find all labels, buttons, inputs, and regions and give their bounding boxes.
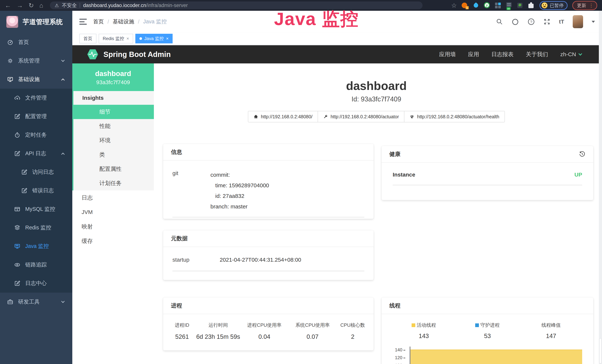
gear-icon [7, 58, 13, 64]
threads-legend: 活动线程 143 守护进程 53 线程峰值 147 [392, 322, 583, 340]
browser-back-icon[interactable]: ← [5, 0, 11, 11]
legend-daemon-threads: 守护进程 [475, 322, 500, 328]
sba-nav-applications[interactable]: 应用 [468, 51, 479, 58]
sidebar-collapse-icon[interactable] [79, 19, 87, 25]
daemon-threads-value: 53 [456, 332, 519, 340]
question-circle-icon[interactable]: ? [527, 18, 535, 25]
sba-item-jvm[interactable]: JVM [72, 205, 154, 219]
profile-paused-pill[interactable]: 已暂停 [539, 1, 568, 10]
sidebar-item-apilog[interactable]: API 日志 [0, 144, 72, 163]
app-logo-row[interactable]: 芋道管理系统 [0, 11, 72, 33]
sba-instance-header[interactable]: dashboard 93a3fc7f7409 [72, 64, 154, 91]
not-secure-warning-icon: ⚠ [55, 3, 59, 8]
browser-reload-icon[interactable]: ↻ [29, 0, 34, 11]
sba-nav-wallboard[interactable]: 应用墙 [439, 51, 456, 58]
extension-grid-icon[interactable] [495, 2, 501, 9]
extensions-puzzle-icon[interactable] [528, 2, 535, 9]
sidebar-item-system[interactable]: 系统管理 [0, 52, 72, 70]
user-avatar[interactable] [573, 15, 583, 28]
log-edit-icon [14, 150, 20, 157]
extension-y-icon[interactable]: y [484, 2, 490, 9]
sidebar-item-mysql[interactable]: MySQL 监控 [0, 200, 72, 218]
sba-item-details[interactable]: 细节 [72, 105, 154, 119]
extension-pin-icon[interactable] [473, 2, 479, 9]
sidebar-item-java-active[interactable]: Java 监控 [0, 237, 72, 256]
sidebar-item-devtool[interactable]: 研发工具 [0, 293, 72, 311]
eye-icon [14, 262, 20, 268]
live-threads-value: 143 [392, 332, 456, 340]
spring-boot-admin-logo[interactable] [87, 48, 99, 60]
sidebar-item-redis[interactable]: Redis 监控 [0, 218, 72, 237]
threads-card-header: 线程 [382, 298, 593, 314]
sba-brand-title[interactable]: Spring Boot Admin [103, 50, 171, 59]
github-icon[interactable] [512, 18, 519, 25]
heartbeat-icon [409, 114, 414, 119]
extension-on-switch-icon[interactable]: on [506, 2, 512, 9]
page-scrollbar[interactable] [599, 11, 602, 364]
breadcrumb-infra[interactable]: 基础设施 [113, 18, 134, 25]
sidebar-item-job[interactable]: 定时任务 [0, 126, 72, 144]
info-card-header: 信息 [163, 144, 374, 161]
avatar-caret-icon[interactable] [592, 21, 595, 23]
app-sidebar: 芋道管理系统 首页 系统管理 基础设施 文件管理 配置管理 定时任务 API 日… [0, 11, 72, 364]
sba-item-metrics[interactable]: 性能 [74, 119, 154, 133]
tag-home[interactable]: 首页 [79, 34, 97, 43]
service-url-button[interactable]: http://192.168.0.2:48080/ [248, 111, 318, 122]
sidebar-item-accesslog[interactable]: 访问日志 [0, 163, 72, 181]
sba-language-select[interactable]: zh-CN [560, 51, 582, 57]
address-bar[interactable]: ⚠ 不安全 dashboard.yudao.iocoder.cn/infra/a… [50, 1, 422, 9]
sba-nav-about[interactable]: 关于我们 [526, 51, 548, 58]
actuator-url-button[interactable]: http://192.168.0.2:48080/actuator [318, 111, 404, 122]
extension-leaf-icon[interactable] [517, 2, 524, 9]
java-monitor-icon [14, 243, 20, 249]
page-instance-id: Id: 93a3fc7f7409 [154, 95, 599, 103]
timer-icon [14, 132, 20, 138]
search-icon[interactable] [496, 18, 503, 25]
browser-menu-dots-icon[interactable]: ⋮ [589, 3, 594, 8]
sba-item-environment[interactable]: 环境 [74, 133, 154, 148]
sba-item-logfile[interactable]: 日志 [72, 191, 154, 205]
sidebar-item-config[interactable]: 配置管理 [0, 107, 72, 126]
process-table-values: 5261 6d 23h 15m 59s 0.04 0.07 2 [168, 333, 369, 340]
sba-item-configprops[interactable]: 配置属性 [74, 162, 154, 176]
sba-nav-journal[interactable]: 日志报表 [491, 51, 514, 58]
bookmark-star-icon[interactable]: ☆ [451, 0, 457, 11]
sidebar-item-trace[interactable]: 链路追踪 [0, 256, 72, 274]
tag-redis[interactable]: Redis 监控 × [99, 34, 133, 43]
close-icon[interactable]: × [166, 36, 169, 41]
history-icon[interactable] [579, 151, 585, 157]
status-badge: UP [574, 171, 582, 178]
breadcrumb-separator: / [138, 19, 140, 25]
sba-item-mappings[interactable]: 映射 [72, 219, 154, 234]
sba-item-classes[interactable]: 类 [74, 148, 154, 162]
log-edit-icon [21, 187, 27, 194]
sidebar-item-home[interactable]: 首页 [0, 33, 72, 52]
briefcase-icon [7, 299, 13, 305]
chrome-update-button[interactable]: 更新 ⋮ [572, 1, 597, 10]
layers-icon [14, 225, 20, 231]
breadcrumb-home[interactable]: 首页 [93, 18, 104, 25]
tag-java-active[interactable]: Java 监控 × [135, 34, 172, 43]
threads-chart: 140 120 100 [392, 347, 583, 364]
sidebar-item-infra[interactable]: 基础设施 [0, 70, 72, 89]
browser-forward-icon[interactable]: → [17, 0, 23, 11]
sba-item-caches[interactable]: 缓存 [72, 234, 154, 248]
font-size-icon[interactable]: tT [559, 19, 564, 25]
chevron-down-icon [579, 52, 582, 56]
process-cpu-value: 0.04 [240, 333, 289, 340]
sba-item-scheduledtasks[interactable]: 计划任务 [74, 176, 154, 191]
sidebar-item-logcenter[interactable]: 日志中心 [0, 274, 72, 293]
not-secure-label[interactable]: 不安全 [62, 2, 77, 9]
fullscreen-icon[interactable] [543, 18, 550, 25]
threads-card: 线程 活动线程 143 守护进程 53 [382, 298, 593, 364]
sidebar-item-errorlog[interactable]: 错误日志 [0, 181, 72, 200]
close-icon[interactable]: × [127, 36, 129, 41]
process-card-header: 进程 [163, 298, 374, 314]
sidebar-item-file[interactable]: 文件管理 [0, 89, 72, 107]
health-url-button[interactable]: http://192.168.0.2:48080/actuator/health [404, 111, 505, 122]
log-edit-icon [21, 169, 27, 175]
sba-topbar: Spring Boot Admin 应用墙 应用 日志报表 关于我们 zh-CN [72, 45, 602, 64]
browser-home-icon[interactable]: ⌂ [40, 0, 43, 11]
scrollbar-thumb[interactable] [599, 338, 602, 364]
extension-orange-icon[interactable]: 1 [462, 2, 468, 9]
